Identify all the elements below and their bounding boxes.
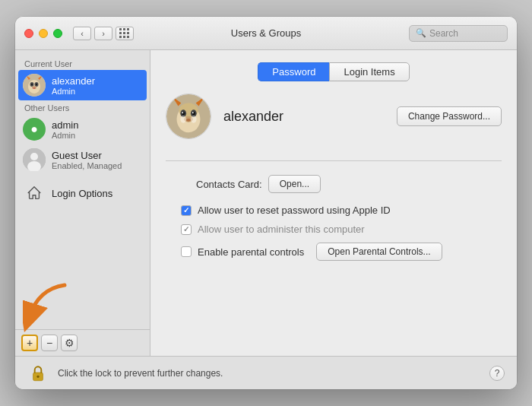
help-button[interactable]: ? [489, 366, 505, 381]
contacts-card-row: Contacts Card: Open... [196, 175, 502, 193]
grid-icon [119, 28, 130, 39]
admin-user-item[interactable]: ● admin Admin [15, 114, 150, 144]
admin-icon: ● [30, 122, 38, 136]
svg-point-28 [191, 116, 197, 123]
content-area: Current User [15, 50, 517, 356]
administer-checkbox[interactable]: ✓ [181, 224, 192, 235]
profile-username: alexander [223, 109, 385, 125]
guest-user-info: Guest User Enabled, Managed [52, 150, 122, 170]
window-title: Users & Groups [231, 27, 301, 39]
current-user-avatar [23, 74, 46, 97]
sidebar: Current User [15, 50, 150, 356]
house-svg [26, 185, 43, 201]
checkmark-icon: ✓ [183, 207, 189, 214]
svg-point-9 [33, 87, 36, 89]
sidebar-scroll: Current User [15, 50, 150, 329]
admin-user-info: admin Admin [52, 119, 78, 140]
admin-user-name: admin [52, 119, 78, 131]
main-window: ‹ › Users & Groups 🔍 Search Current User [15, 17, 517, 389]
admin-avatar: ● [23, 118, 46, 141]
add-icon: + [27, 337, 33, 349]
svg-point-26 [186, 119, 191, 122]
close-button[interactable] [24, 29, 33, 38]
forward-button[interactable]: › [94, 27, 112, 40]
fox-avatar-small [23, 74, 46, 97]
main-panel: Password Login Items [150, 50, 517, 356]
parental-controls-row: Enable parental controls Open Parental C… [166, 243, 502, 261]
lock-button[interactable] [27, 363, 49, 384]
grid-view-button[interactable] [116, 27, 134, 40]
svg-point-6 [31, 84, 33, 86]
house-icon [23, 182, 46, 205]
guest-user-item[interactable]: Guest User Enabled, Managed [15, 144, 150, 175]
change-password-button[interactable]: Change Password... [397, 106, 502, 126]
minimize-button[interactable] [39, 29, 48, 38]
search-icon: 🔍 [416, 28, 426, 38]
current-user-info: alexander Admin [52, 75, 95, 96]
tab-bar: Password Login Items [166, 62, 502, 81]
nav-buttons: ‹ › [73, 27, 112, 40]
bottom-bar: Click the lock to prevent further change… [15, 356, 517, 389]
add-user-button[interactable]: + [21, 335, 38, 351]
user-profile-section: alexander Change Password... [166, 94, 502, 139]
lock-icon [28, 363, 48, 383]
lock-text: Click the lock to prevent further change… [58, 368, 480, 379]
maximize-button[interactable] [53, 29, 62, 38]
login-options-item[interactable]: Login Options [15, 178, 150, 208]
guest-user-name: Guest User [52, 150, 122, 161]
reset-password-row: ✓ Allow user to reset password using App… [166, 205, 502, 216]
svg-point-24 [192, 112, 194, 113]
svg-point-23 [182, 112, 183, 113]
contacts-card-label: Contacts Card: [196, 179, 262, 190]
tab-login-items[interactable]: Login Items [329, 62, 409, 81]
guest-avatar [23, 148, 46, 171]
current-user-name: alexander [52, 75, 95, 87]
sidebar-footer: + − ⚙ [15, 329, 150, 356]
sidebar-footer-container: + − ⚙ [15, 329, 150, 356]
checkmark-gray-icon: ✓ [183, 226, 189, 233]
guest-user-role: Enabled, Managed [52, 161, 122, 170]
divider [166, 160, 502, 161]
current-user-label: Current User [15, 56, 150, 70]
tab-password[interactable]: Password [258, 62, 329, 81]
remove-icon: − [46, 337, 52, 349]
guest-user-icon [23, 148, 46, 171]
svg-point-30 [36, 375, 39, 377]
admin-user-role: Admin [52, 131, 78, 140]
parental-controls-checkbox[interactable] [181, 246, 192, 257]
gear-icon: ⚙ [65, 337, 74, 349]
administer-row: ✓ Allow user to administer this computer [166, 224, 502, 235]
titlebar: ‹ › Users & Groups 🔍 Search [15, 17, 517, 50]
search-bar[interactable]: 🔍 Search [409, 25, 508, 42]
reset-password-checkbox[interactable]: ✓ [181, 205, 192, 216]
open-parental-controls-button[interactable]: Open Parental Controls... [316, 243, 442, 261]
login-options-info: Login Options [52, 188, 112, 199]
svg-point-11 [30, 153, 38, 160]
current-user-item[interactable]: alexander Admin [18, 70, 147, 100]
traffic-lights [24, 29, 62, 38]
reset-password-label: Allow user to reset password using Apple… [198, 205, 391, 216]
current-user-role: Admin [52, 87, 95, 96]
back-button[interactable]: ‹ [73, 27, 91, 40]
parental-controls-label: Enable parental controls [198, 246, 304, 258]
settings-button[interactable]: ⚙ [61, 335, 78, 351]
svg-point-27 [180, 116, 186, 123]
other-users-label: Other Users [15, 100, 150, 114]
administer-label: Allow user to administer this computer [198, 224, 365, 235]
help-icon: ? [495, 368, 500, 379]
profile-avatar [166, 94, 211, 139]
open-contacts-button[interactable]: Open... [268, 175, 321, 193]
profile-fox-avatar [166, 94, 211, 138]
remove-user-button[interactable]: − [41, 335, 58, 351]
search-placeholder: Search [429, 28, 458, 39]
login-options-label: Login Options [52, 188, 112, 199]
svg-point-7 [36, 84, 37, 86]
